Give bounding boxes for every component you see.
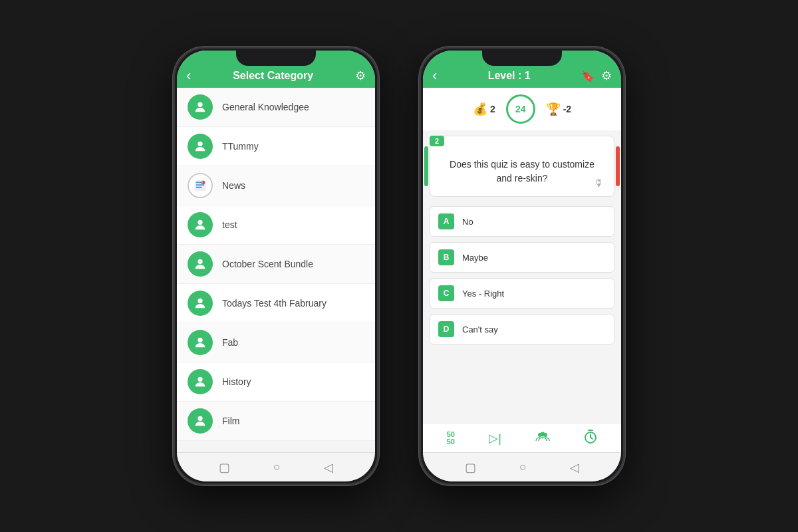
list-item[interactable]: Film [177, 402, 375, 441]
category-label: test [222, 219, 237, 230]
phone-right: ‹ Level : 1 🔖 ⚙ 💰 2 24 🏆 -2 2 [419, 47, 625, 485]
timer-display: 24 [506, 94, 535, 124]
svg-point-11 [198, 338, 202, 342]
category-icon [188, 212, 213, 237]
fifty-fifty-button[interactable]: 5050 [447, 431, 455, 446]
answer-option-d[interactable]: D Can't say [430, 314, 614, 344]
progress-left [424, 146, 428, 186]
bookmark-icon[interactable]: 🔖 [581, 70, 595, 82]
category-label: History [222, 376, 251, 387]
back-gesture-right[interactable]: ◁ [570, 460, 579, 475]
category-icon [188, 291, 213, 316]
phone-bottom-left: ▢ ○ ◁ [177, 452, 375, 481]
list-item[interactable]: History [177, 362, 375, 402]
svg-point-12 [198, 377, 202, 382]
question-card: Does this quiz is easy to customize and … [430, 136, 614, 197]
back-button-left[interactable]: ‹ [186, 67, 191, 84]
category-icon [188, 251, 213, 277]
list-item[interactable]: Todays Test 4th Fabruary [177, 284, 375, 323]
category-label: Film [222, 416, 239, 426]
list-item[interactable]: test [177, 205, 375, 245]
penalty-value: -2 [563, 104, 571, 114]
svg-point-1 [198, 142, 202, 146]
home-button[interactable]: ○ [273, 460, 281, 474]
svg-point-13 [198, 416, 202, 421]
svg-rect-4 [196, 184, 205, 186]
category-icon [188, 330, 213, 355]
list-item[interactable]: TTummy [177, 127, 375, 166]
answer-letter-b: B [438, 249, 454, 265]
svg-line-19 [591, 438, 593, 439]
svg-point-9 [198, 259, 202, 264]
fifty-fifty-label: 5050 [447, 431, 455, 446]
svg-point-0 [198, 102, 202, 107]
category-label: October Scent Bundle [222, 259, 313, 269]
phone-bottom-right: ▢ ○ ◁ [423, 452, 621, 481]
coins-icon: 💰 [473, 102, 487, 116]
category-label: News [222, 180, 245, 191]
answer-letter-c: C [438, 285, 454, 301]
audience-button[interactable] [535, 431, 550, 445]
answer-text-b: Maybe [462, 253, 488, 263]
timer-icon [584, 429, 597, 447]
svg-point-10 [198, 299, 202, 303]
answer-text-a: No [462, 217, 473, 227]
phone-screen-right: ‹ Level : 1 🔖 ⚙ 💰 2 24 🏆 -2 2 [423, 51, 621, 481]
answer-option-a[interactable]: A No [430, 206, 614, 237]
category-label: Todays Test 4th Fabruary [222, 298, 327, 309]
phone-notch-right [482, 49, 562, 66]
category-label: General Knowledgee [222, 102, 309, 112]
penalty-icon: 🏆 [546, 102, 561, 116]
category-list: General Knowledgee TTummy ! [177, 88, 375, 452]
phone-notch-left [236, 49, 316, 66]
svg-rect-5 [196, 187, 202, 188]
answers-section: A No B Maybe C Yes - Right D Can't say [423, 202, 621, 423]
timer-button[interactable] [584, 429, 597, 447]
penalty-display: 🏆 -2 [546, 102, 571, 116]
level-title: Level : 1 [488, 70, 531, 82]
category-icon [188, 134, 213, 159]
coins-value: 2 [490, 104, 495, 114]
gear-button-left[interactable]: ⚙ [355, 68, 366, 83]
microphone-icon[interactable]: 🎙 [594, 178, 604, 190]
category-label: Fab [222, 337, 238, 348]
skip-icon: ▷| [489, 431, 501, 446]
square-button[interactable]: ▢ [219, 460, 230, 475]
gear-icon-right[interactable]: ⚙ [601, 68, 612, 83]
skip-button[interactable]: ▷| [489, 431, 501, 446]
square-button-right[interactable]: ▢ [465, 460, 476, 475]
category-label: TTummy [222, 141, 259, 152]
svg-point-16 [541, 432, 545, 437]
answer-option-c[interactable]: C Yes - Right [430, 278, 614, 309]
home-button-right[interactable]: ○ [519, 460, 527, 474]
timer-value: 24 [515, 104, 526, 114]
list-item[interactable]: Fab [177, 323, 375, 362]
score-bar: 💰 2 24 🏆 -2 [423, 88, 621, 130]
list-item[interactable]: General Knowledgee [177, 88, 375, 127]
category-icon [188, 369, 213, 394]
screen-title-left: Select Category [233, 70, 313, 82]
quiz-toolbar: 5050 ▷| [423, 423, 621, 452]
question-text: Does this quiz is easy to customize and … [441, 158, 603, 186]
question-number-badge: 2 [430, 136, 444, 146]
list-item[interactable]: October Scent Bundle [177, 245, 375, 284]
answer-letter-a: A [438, 213, 454, 229]
category-icon [188, 408, 213, 434]
answer-text-c: Yes - Right [462, 289, 504, 299]
progress-right [616, 146, 620, 186]
coins-display: 💰 2 [473, 102, 495, 116]
answer-letter-d: D [438, 321, 454, 337]
question-wrapper: 2 Does this quiz is easy to customize an… [430, 136, 614, 197]
header-icons: 🔖 ⚙ [581, 68, 612, 83]
back-button-right[interactable]: ‹ [432, 67, 437, 84]
category-icon-news: ! [188, 173, 213, 198]
answer-option-b[interactable]: B Maybe [430, 242, 614, 273]
phone-screen-left: ‹ Select Category ⚙ General Knowledgee T… [177, 51, 375, 481]
svg-text:!: ! [202, 182, 203, 184]
answer-text-d: Can't say [462, 325, 498, 334]
back-gesture[interactable]: ◁ [324, 460, 333, 475]
category-icon [188, 94, 213, 120]
list-item[interactable]: ! News [177, 166, 375, 205]
phone-left: ‹ Select Category ⚙ General Knowledgee T… [173, 47, 379, 485]
audience-icon [535, 431, 550, 445]
